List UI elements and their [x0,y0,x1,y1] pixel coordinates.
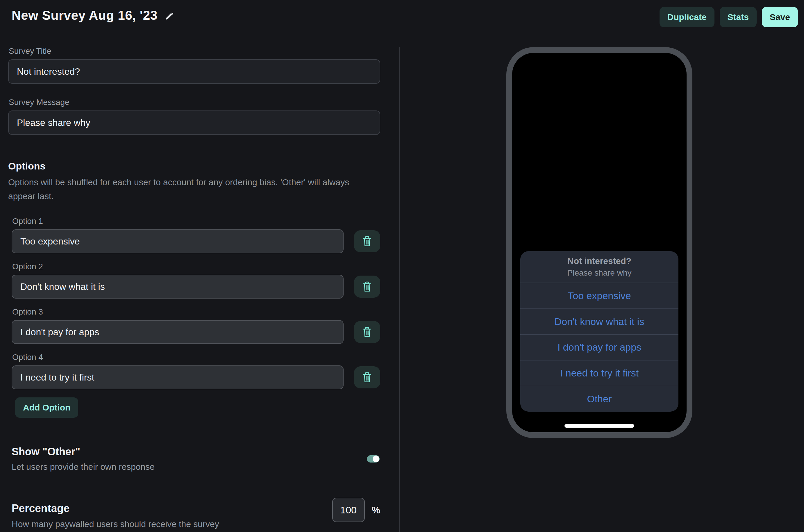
trash-icon [362,326,372,338]
survey-message-label: Survey Message [9,98,380,107]
percentage-heading: Percentage [12,502,219,515]
survey-form: Survey Title Survey Message Options Opti… [8,46,380,472]
percentage-row: Percentage How many paywalled users shou… [12,498,380,529]
percentage-description: How many paywalled users should receive … [12,519,219,529]
option-4-input[interactable] [12,365,344,389]
stats-button[interactable]: Stats [720,7,757,27]
show-other-toggle[interactable] [367,455,380,462]
toggle-knob [372,456,379,462]
option-row [12,320,380,344]
show-other-text: Show "Other" Let users provide their own… [12,446,155,472]
option-row [12,229,380,253]
percentage-text: Percentage How many paywalled users shou… [12,498,219,529]
show-other-heading: Show "Other" [12,446,155,458]
survey-title-input[interactable] [8,59,380,84]
trash-icon [362,235,372,247]
option-1-input[interactable] [12,229,344,253]
home-indicator [564,424,634,428]
options-list: Option 1 Option 2 Option 3 [12,216,380,418]
survey-title-label: Survey Title [9,46,380,56]
percent-sign: % [372,505,380,516]
save-button[interactable]: Save [762,7,798,27]
dialog-message: Please share why [567,268,631,278]
dialog-option-other[interactable]: Other [520,386,678,412]
edit-pencil-icon[interactable] [165,11,174,21]
option-row [12,275,380,299]
delete-option-1-button[interactable] [354,230,380,252]
survey-editor-page: New Survey Aug 16, '23 Duplicate Stats S… [0,0,804,532]
option-4-label: Option 4 [12,353,380,362]
header: New Survey Aug 16, '23 [12,8,174,23]
delete-option-4-button[interactable] [354,366,380,388]
trash-icon [362,281,372,293]
dialog-option-2[interactable]: Don't know what it is [520,308,678,334]
option-2-label: Option 2 [12,262,380,271]
page-title: New Survey Aug 16, '23 [12,8,157,23]
option-row [12,365,380,389]
show-other-row: Show "Other" Let users provide their own… [12,446,380,472]
phone-preview: Not interested? Please share why Too exp… [506,47,692,438]
option-3-label: Option 3 [12,307,380,317]
option-2-input[interactable] [12,275,344,299]
trash-icon [362,371,372,383]
add-option-button[interactable]: Add Option [15,397,78,418]
option-1-label: Option 1 [12,216,380,226]
dialog-option-1[interactable]: Too expensive [520,283,678,308]
header-actions: Duplicate Stats Save [659,7,798,27]
dialog-header: Not interested? Please share why [520,251,678,283]
survey-preview-dialog: Not interested? Please share why Too exp… [520,251,678,412]
options-description: Options will be shuffled for each user t… [8,175,361,203]
dialog-option-3[interactable]: I don't pay for apps [520,334,678,360]
options-heading: Options [8,160,380,172]
delete-option-2-button[interactable] [354,276,380,298]
show-other-description: Let users provide their own response [12,462,155,472]
survey-message-input[interactable] [8,111,380,135]
percentage-input[interactable] [332,498,365,522]
dialog-title: Not interested? [568,256,631,266]
dialog-option-4[interactable]: I need to try it first [520,360,678,386]
duplicate-button[interactable]: Duplicate [659,7,714,27]
panel-divider [399,47,400,532]
option-3-input[interactable] [12,320,344,344]
delete-option-3-button[interactable] [354,321,380,343]
